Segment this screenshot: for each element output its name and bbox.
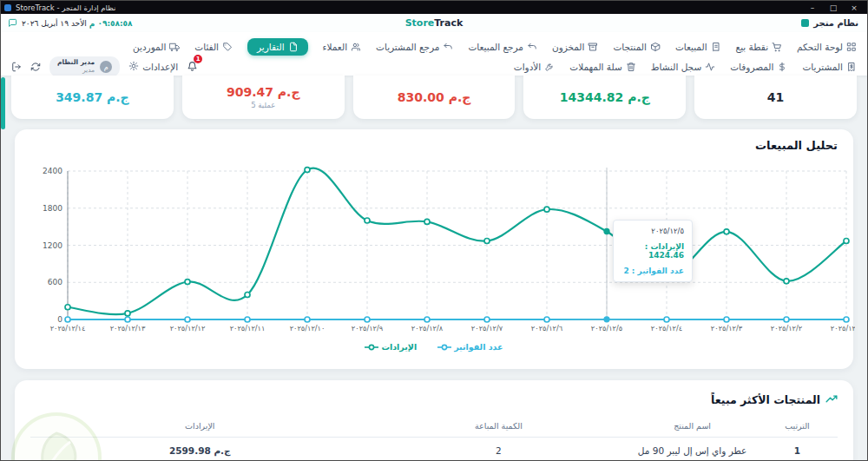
nav-item-categories[interactable]: الفئات bbox=[194, 42, 233, 52]
nav-item-customers[interactable]: العملاء bbox=[323, 42, 361, 52]
settings-label: الإعدادات bbox=[142, 62, 178, 72]
nav-item-label: المبيعات bbox=[675, 42, 707, 52]
table-header-cell: الترتيب bbox=[757, 421, 838, 431]
nav-item-reports[interactable]: التقارير bbox=[247, 38, 308, 56]
logout-button[interactable] bbox=[11, 62, 22, 72]
main-navbar: لوحة التحكمنقطة بيعالمبيعاتالمنتجاتالمخز… bbox=[1, 32, 867, 76]
wrench-icon bbox=[544, 62, 555, 72]
nav-item-expenses[interactable]: المصروفات bbox=[730, 62, 787, 72]
nav-item-pos[interactable]: نقطة بيع bbox=[736, 42, 783, 52]
trash-icon bbox=[626, 62, 636, 72]
chart-title: تحليل المبيعات bbox=[755, 139, 838, 152]
window-title: StoreTrack - نظام إدارة المتجر bbox=[16, 3, 115, 12]
truck-icon bbox=[169, 42, 180, 52]
svg-text:1800: 1800 bbox=[43, 204, 62, 213]
svg-text:٢٠٢٥/١٢/٣: ٢٠٢٥/١٢/٣ bbox=[711, 324, 743, 333]
sales-analysis-card: تحليل المبيعات 0600120018002400٢٠٢٥/١٢/١… bbox=[15, 129, 853, 369]
legend-marker-icon bbox=[437, 344, 451, 351]
nav-item-label: المشتريات bbox=[802, 62, 843, 72]
stat-card: 349.87 ج.م bbox=[11, 76, 174, 119]
svg-text:٢٠٢٥/١٢/٨: ٢٠٢٥/١٢/٨ bbox=[411, 324, 444, 333]
gear-icon bbox=[128, 61, 139, 73]
top-products-card: المنتجات الأكثر مبيعاً الترتيباسم المنتج… bbox=[15, 380, 853, 461]
window-app-icon bbox=[4, 4, 11, 11]
datetime-group: ٠٩:٥٨:٥٨ م الأحد ١٩ أبريل ٢٠٢٦ bbox=[8, 14, 133, 32]
user-chip[interactable]: م مدير النظام مدير bbox=[49, 56, 120, 76]
notifications-button[interactable]: 1 bbox=[187, 59, 198, 76]
nav-row-secondary: المشترياتالمصروفاتسجل النشاطسلة المهملات… bbox=[209, 58, 857, 76]
table-row[interactable]: 1عطر واي إس إل ليبر 90 مل22599.98 ج.م bbox=[30, 438, 838, 461]
stat-card: 830.00 ج.م bbox=[353, 76, 516, 119]
settings-button[interactable]: الإعدادات bbox=[128, 61, 178, 73]
legend-item[interactable]: الإيرادات bbox=[365, 342, 417, 352]
current-time: ٠٩:٥٨:٥٨ م bbox=[89, 19, 133, 28]
nav-item-dashboard[interactable]: لوحة التحكم bbox=[797, 42, 857, 52]
svg-text:٢٠٢٥/١٢/١: ٢٠٢٥/١٢/١ bbox=[831, 324, 855, 333]
archive-icon bbox=[588, 42, 598, 52]
current-datetime: ٠٩:٥٨:٥٨ م الأحد ١٩ أبريل ٢٠٢٦ bbox=[22, 19, 133, 28]
table-cell-rank: 1 bbox=[757, 445, 838, 456]
tooltip-revenue: الإيرادات : 1424.46 bbox=[621, 242, 684, 260]
grid-icon bbox=[846, 42, 857, 52]
return-icon bbox=[443, 42, 453, 52]
close-button[interactable]: × bbox=[845, 2, 864, 14]
svg-text:٢٠٢٥/١٢/٩: ٢٠٢٥/١٢/٩ bbox=[352, 324, 384, 333]
svg-text:٢٠٢٥/١٢/١٤: ٢٠٢٥/١٢/١٤ bbox=[50, 324, 86, 333]
user-role: مدير bbox=[57, 67, 95, 75]
svg-text:1200: 1200 bbox=[43, 241, 62, 250]
current-date: الأحد ١٩ أبريل ٢٠٢٦ bbox=[22, 19, 87, 28]
svg-text:٢٠٢٥/١٢/٦: ٢٠٢٥/١٢/٦ bbox=[531, 324, 563, 333]
refresh-button[interactable] bbox=[30, 62, 41, 72]
nav-item-inventory[interactable]: المخزون bbox=[552, 42, 599, 52]
nav-item-purchases[interactable]: المشتريات bbox=[802, 62, 857, 72]
app-window: StoreTrack - نظام إدارة المتجر – □ × نظا… bbox=[0, 0, 868, 461]
nav-item-trash[interactable]: سلة المهملات bbox=[569, 62, 636, 72]
nav-item-products[interactable]: المنتجات bbox=[613, 42, 660, 52]
table-header-row: الترتيباسم المنتجالكمية المباعةالإيرادات bbox=[30, 415, 838, 438]
scrollbar-thumb[interactable] bbox=[1, 77, 5, 129]
report-icon bbox=[288, 42, 299, 52]
svg-text:٢٠٢٥/١٢/٧: ٢٠٢٥/١٢/٧ bbox=[471, 324, 503, 333]
stat-card-value: 830.00 ج.م bbox=[398, 90, 471, 104]
maximize-button[interactable]: □ bbox=[824, 2, 843, 14]
nav-item-tools[interactable]: الأدوات bbox=[514, 62, 555, 72]
nav-item-suppliers[interactable]: الموردين bbox=[133, 42, 180, 52]
table-cell-revenue: 2599.98 ج.م bbox=[30, 445, 370, 456]
nav-item-purchase-returns[interactable]: مرجع المشتريات bbox=[376, 42, 453, 52]
nav-item-label: المخزون bbox=[552, 42, 585, 52]
nav-item-label: التقارير bbox=[257, 42, 285, 52]
brand-rest: Track bbox=[434, 17, 463, 29]
legend-label: الإيرادات bbox=[381, 342, 417, 352]
nav-item-label: مرجع المشتريات bbox=[376, 42, 439, 52]
app-header: نظام متجر StoreTrack ٠٩:٥٨:٥٨ م الأحد ١٩… bbox=[1, 14, 867, 33]
nav-item-label: المصروفات bbox=[730, 62, 773, 72]
table-header-cell: الإيرادات bbox=[30, 421, 370, 431]
stat-card-value: 14344.82 ج.م bbox=[560, 90, 650, 104]
tooltip-date: ٢٠٢٥/١٢/٥ bbox=[621, 227, 684, 235]
legend-label: عدد الفواتير bbox=[454, 342, 503, 352]
svg-text:٢٠٢٥/١٢/١٣: ٢٠٢٥/١٢/١٣ bbox=[110, 324, 146, 333]
table-cell-name: عطر واي إس إل ليبر 90 مل bbox=[628, 445, 757, 456]
tooltip-invoices: عدد الفواتير : 2 bbox=[621, 267, 684, 275]
nav-item-label: سجل النشاط bbox=[651, 62, 701, 72]
nav-item-label: العملاء bbox=[323, 42, 347, 52]
stat-card-value: 909.47 ج.م bbox=[227, 85, 300, 99]
legend-item[interactable]: عدد الفواتير bbox=[437, 342, 503, 352]
return-icon bbox=[527, 42, 537, 52]
minimize-button[interactable]: – bbox=[803, 2, 822, 14]
stat-card-subtext: 5 عملية bbox=[251, 101, 275, 109]
nav-item-label: الفئات bbox=[194, 42, 219, 52]
table-header-cell: اسم المنتج bbox=[628, 421, 757, 431]
table-cell-qty: 2 bbox=[370, 445, 628, 456]
nav-item-label: لوحة التحكم bbox=[797, 42, 843, 52]
nav-item-sales-returns[interactable]: مرجع المبيعات bbox=[468, 42, 537, 52]
nav-item-activity-log[interactable]: سجل النشاط bbox=[651, 62, 715, 72]
svg-text:٢٠٢٥/١٢/١١: ٢٠٢٥/١٢/١١ bbox=[230, 324, 266, 333]
stat-card: 14344.82 ج.م bbox=[523, 76, 686, 119]
notification-badge: 1 bbox=[194, 55, 202, 63]
nav-item-sales[interactable]: المبيعات bbox=[675, 42, 721, 52]
nav-item-label: الموردين bbox=[133, 42, 166, 52]
stat-card-value: 349.87 ج.م bbox=[56, 90, 129, 104]
stat-card: 41 bbox=[694, 76, 857, 119]
nav-item-label: الأدوات bbox=[514, 62, 541, 72]
